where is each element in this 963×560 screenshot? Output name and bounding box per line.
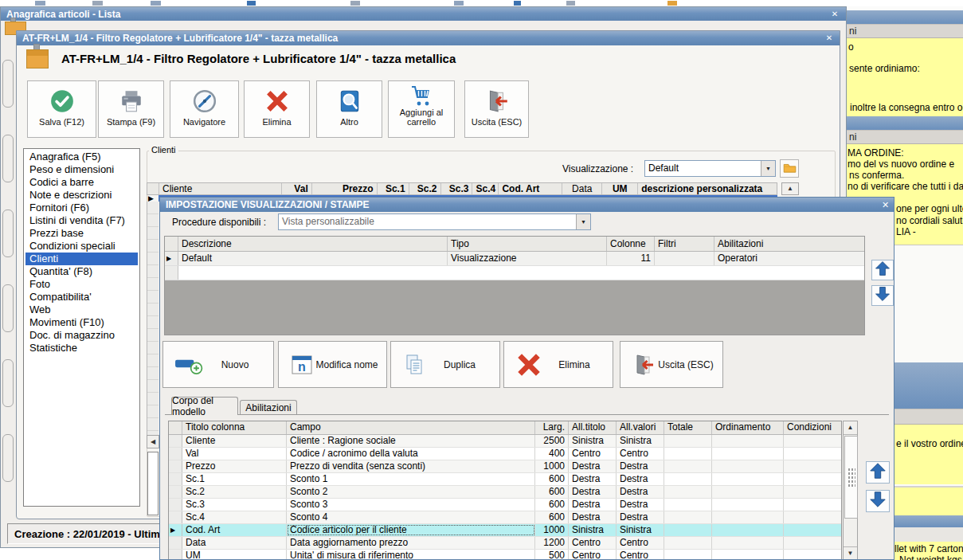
column-header-sc2[interactable]: Sc.2 — [409, 183, 441, 194]
sidebar-item-movimenti[interactable]: Movimenti (F10) — [25, 316, 138, 329]
columns-table-row[interactable]: ▶Cod. ArtCodice articolo per il cliente1… — [169, 524, 841, 537]
column-header-larg[interactable]: Larg. — [535, 421, 569, 434]
exit-dialog-button[interactable]: Uscita (ESC) — [620, 341, 723, 388]
scroll-up-button[interactable]: ▲ — [844, 421, 857, 435]
column-header-colonne[interactable]: Colonne — [607, 237, 655, 251]
column-header-campo[interactable]: Campo — [287, 421, 535, 434]
column-header-descrizione[interactable]: descrizione personalizzata — [638, 183, 777, 194]
move-column-up-button[interactable] — [866, 461, 890, 484]
tab-abilitazioni[interactable]: Abilitazioni — [240, 400, 297, 415]
column-header-filtri[interactable]: Filtri — [655, 237, 714, 251]
sidebar-item-fornitori[interactable]: Fornitori (F6) — [25, 202, 138, 214]
column-header-sc4[interactable]: Sc.4 — [472, 183, 499, 194]
close-icon[interactable]: ✕ — [879, 199, 891, 210]
move-down-button[interactable] — [871, 285, 894, 306]
navigator-button[interactable]: Navigatore — [170, 80, 239, 138]
more-button[interactable]: Altro — [316, 80, 382, 138]
new-button[interactable]: Nuovo — [162, 341, 274, 388]
column-header[interactable] — [165, 237, 178, 251]
columns-table-row[interactable]: ValCodice / acronimo della valuta400Cent… — [169, 448, 841, 460]
sidebar-item-foto[interactable]: Foto — [25, 278, 138, 291]
column-header-sc3[interactable]: Sc.3 — [441, 183, 473, 194]
add-to-cart-button[interactable]: Aggiungi al carrello — [388, 80, 455, 138]
chevron-down-icon[interactable]: ▼ — [761, 161, 775, 176]
close-icon[interactable]: ✕ — [824, 33, 835, 44]
column-header-um[interactable]: UM — [602, 183, 638, 194]
columns-table-row[interactable]: Sc.2Sconto 2600DestraDestra — [169, 486, 841, 499]
side-tab-handle[interactable] — [2, 434, 14, 482]
column-header-cod-art[interactable]: Cod. Art — [499, 183, 562, 194]
procedures-select[interactable]: Vista personalizzabile ▼ — [278, 213, 591, 230]
sidebar-item-condizioni-speciali[interactable]: Condizioni speciali — [25, 240, 138, 253]
sidebar-item-note-e-descrizioni[interactable]: Note e descrizioni — [25, 189, 138, 202]
column-header-totale[interactable]: Totale — [664, 421, 712, 434]
column-header-val[interactable]: Val — [282, 183, 312, 194]
sidebar-item-doc-di-magazzino[interactable]: Doc. di magazzino — [25, 329, 138, 342]
window-titlebar[interactable]: AT-FR+LM_1/4 - Filtro Regolatore + Lubri… — [17, 31, 840, 45]
dialog-titlebar[interactable]: IMPOSTAZIONE VISUALIZZAZIONI / STAMPE — [160, 198, 894, 212]
side-tab-handle[interactable] — [2, 210, 14, 257]
vertical-scrollbar[interactable]: ▲ ▼ — [843, 421, 858, 560]
column-header-descrizione[interactable]: Descrizione — [178, 237, 448, 251]
columns-table-row[interactable]: Sc.1Sconto 1600DestraDestra — [169, 473, 841, 486]
move-column-down-button[interactable] — [866, 490, 890, 512]
rename-button[interactable]: n Modifica nome — [278, 341, 387, 388]
sidebar-item-quantita[interactable]: Quantita' (F8) — [25, 265, 138, 278]
save-button[interactable]: Salva (F12) — [27, 80, 96, 138]
column-header-titolo-colonna[interactable]: Titolo colonna — [182, 421, 287, 434]
open-view-folder-button[interactable] — [780, 159, 799, 178]
column-header-all-valori[interactable]: All.valori — [617, 421, 664, 434]
sidebar-item-prezzi-base[interactable]: Prezzi base — [25, 227, 138, 240]
scroll-up-button[interactable]: ▲ — [781, 182, 799, 195]
sidebar-item-anagrafica[interactable]: Anagrafica (F5) — [25, 151, 138, 163]
sidebar-item-peso-e-dimensioni[interactable]: Peso e dimensioni — [25, 163, 138, 176]
sidebar-item-clienti[interactable]: Clienti — [25, 253, 138, 265]
tab-corpo-del-modello[interactable]: Corpo del modello — [171, 397, 238, 415]
column-header-data[interactable]: Data — [562, 183, 602, 194]
scroll-track[interactable] — [147, 452, 159, 515]
exit-button[interactable]: Uscita (ESC) — [464, 80, 529, 138]
column-header-ordinamento[interactable]: Ordinamento — [712, 421, 784, 434]
move-up-button[interactable] — [871, 260, 894, 280]
columns-table-row[interactable]: Sc.4Sconto 4600DestraDestra — [169, 511, 841, 524]
sidebar-item-compatibilita[interactable]: Compatibilita' — [25, 291, 138, 303]
sidebar-item-codici-a-barre[interactable]: Codici a barre — [25, 176, 138, 189]
close-icon[interactable]: ✕ — [829, 9, 840, 19]
chevron-down-icon[interactable]: ▼ — [576, 214, 590, 229]
visualization-select[interactable]: Default ▼ — [644, 160, 776, 177]
background-toolbar-strip — [0, 0, 963, 6]
columns-table-row[interactable]: ClienteCliente : Ragione sociale2500Sini… — [169, 435, 841, 448]
columns-table-row[interactable]: Sc.3Sconto 3600DestraDestra — [169, 499, 841, 511]
print-button[interactable]: Stampa (F9) — [98, 80, 164, 138]
duplicate-button[interactable]: Duplica — [390, 341, 500, 388]
column-header-cliente[interactable]: Cliente — [159, 183, 282, 194]
scroll-down-button[interactable]: ▼ — [844, 546, 857, 560]
columns-table-row[interactable]: DataData aggiornamento prezzo1200CentroC… — [169, 537, 841, 550]
side-tab-handle[interactable] — [2, 284, 14, 332]
columns-table-row[interactable]: UMUnita' di misura di riferimento500Cent… — [169, 550, 841, 560]
columns-table-row[interactable]: PrezzoPrezzo di vendita (senza sconti)10… — [169, 460, 841, 473]
column-header[interactable] — [169, 421, 182, 434]
column-header-condizioni[interactable]: Condizioni — [784, 421, 841, 434]
window-titlebar[interactable]: Anagrafica articoli - Lista — [1, 7, 846, 21]
scroll-thumb[interactable] — [844, 436, 858, 519]
column-header-sc1[interactable]: Sc.1 — [378, 183, 409, 194]
column-header-prezzo[interactable]: Prezzo — [312, 183, 378, 194]
column-header-abilitazioni[interactable]: Abilitazioni — [714, 237, 864, 251]
side-tab-handle[interactable] — [2, 135, 14, 182]
side-tab-handle[interactable] — [2, 359, 14, 407]
right-panel-titlebar[interactable] — [847, 116, 963, 130]
delete-button[interactable]: Elimina — [244, 80, 310, 138]
sidebar-item-web[interactable]: Web — [25, 303, 138, 316]
views-table-empty-row[interactable] — [165, 266, 864, 280]
column-header[interactable] — [147, 183, 159, 194]
scroll-left-button[interactable]: ◀ — [147, 435, 159, 448]
sidebar-item-listini-di-vendita[interactable]: Listini di vendita (F7) — [25, 214, 138, 227]
side-tab-handle[interactable] — [2, 60, 14, 108]
views-table-row[interactable]: ▶ Default Visualizzazione 11 Operatori — [165, 252, 864, 266]
delete-view-button[interactable]: Elimina — [503, 341, 613, 388]
column-header-all-titolo[interactable]: All.titolo — [569, 421, 617, 434]
sidebar-item-statistiche[interactable]: Statistiche — [25, 342, 138, 354]
column-header-tipo[interactable]: Tipo — [448, 237, 607, 251]
right-panel-titlebar[interactable] — [847, 10, 963, 24]
